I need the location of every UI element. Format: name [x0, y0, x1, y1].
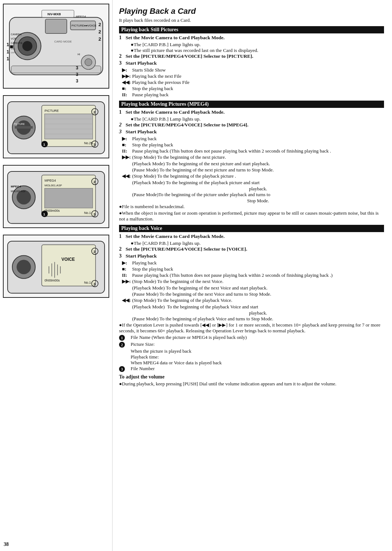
still-play-item-1: ▶: Starts Slide Show [122, 67, 384, 73]
mpeg4-ff-detail-2: (Pause Mode) To the beginning of the nex… [132, 167, 384, 173]
still-symbol-2: ▶▶: [122, 73, 132, 79]
voice-step-2-num: 2 [119, 246, 126, 252]
voice-play-item-3: II: Pause playing back (This button does… [122, 272, 384, 278]
mpeg4-symbol-4: ▶▶: [122, 154, 132, 160]
page-title: Playing Back a Card [119, 7, 384, 16]
voice-play-item-4: ▶▶: (Stop Mode) To the beginning of the … [122, 279, 384, 284]
svg-rect-48 [15, 126, 33, 129]
voice-symbol-3: II: [122, 272, 132, 278]
still-step-1-sub1: ●The [CARD P.B.] Lamp lights up. [131, 42, 384, 48]
svg-text:2: 2 [98, 22, 101, 27]
voice-text-4: (Stop Mode) To the beginning of the next… [132, 279, 384, 284]
still-pictures-title: Playing back Still Pictures [121, 27, 178, 33]
still-play-item-2: ▶▶: Playing back the next File [122, 73, 384, 79]
mpeg4-step-1-num: 1 [119, 109, 126, 115]
voice-step-2-text: Set the [PICTURE/MPEG4/VOICE] Selector t… [126, 246, 384, 252]
still-play-item-5: II: Pause playing back [122, 92, 384, 98]
voice-ff-detail-1: (Playback Mode) To the beginning of the … [132, 285, 384, 291]
voice-playback-list: ▶: Playing back ■: Stop the playing back… [122, 260, 384, 284]
svg-text:PICTURE: PICTURE [14, 123, 25, 125]
svg-text:No.1: No.1 [84, 211, 91, 215]
page-number: 38 [4, 542, 9, 547]
svg-text:3: 3 [93, 142, 95, 146]
mpeg4-play-item-3: II: Pause playing back (This button does… [122, 148, 384, 154]
svg-text:3: 3 [76, 65, 78, 70]
voice-lever-bullet: ●If the Operation Lever is pushed toward… [119, 322, 384, 334]
mpeg4-step-2-num: 2 [119, 122, 126, 128]
svg-text:HI: HI [78, 53, 80, 56]
still-symbol-1: ▶: [122, 67, 132, 73]
svg-point-3 [23, 41, 33, 51]
svg-text:3: 3 [93, 212, 95, 216]
mpeg4-text-2: Stop the playing back [132, 142, 384, 148]
mpeg4-step-3-text: Start Playback [126, 129, 384, 135]
svg-rect-55 [45, 188, 93, 208]
voice-rr-detail-1: (Playback Mode) To the beginning of the … [132, 304, 384, 310]
annotation-2-text: Picture Size: [131, 341, 384, 347]
svg-text:PICTURE: PICTURE [45, 109, 59, 112]
section-moving-pictures: Playing back Moving Pictures (MPEG4) 1 S… [119, 101, 384, 222]
svg-text:PICTURE●●VOICE: PICTURE●●VOICE [72, 24, 97, 27]
diagram-mpeg4-screen: MPEG4 MOL001.ASF 0h00m00s No.1 2 3 1 MPE… [3, 165, 109, 228]
svg-text:3: 3 [76, 78, 78, 84]
voice-play-item-2: ■: Stop the playing back [122, 266, 384, 272]
still-playback-list: ▶: Starts Slide Show ▶▶: Playing back th… [122, 67, 384, 98]
svg-point-68 [17, 260, 31, 275]
voice-ff-detail-2: (Pause Mode) To the beginning of the nex… [132, 291, 384, 297]
still-step-3-num: 3 [119, 60, 126, 66]
voice-play-item-1: ▶: Playing back [122, 260, 384, 266]
svg-text:1: 1 [43, 142, 45, 146]
mpeg4-play-item-4: ▶▶: (Stop Mode) To the beginning of the … [122, 154, 384, 160]
svg-text:MPEG4: MPEG4 [76, 15, 86, 18]
mpeg4-ff-detail-1: (Playback Mode) To the beginning of the … [132, 161, 384, 167]
section-still-pictures: Playing back Still Pictures 1 Set the Mo… [119, 26, 384, 98]
volume-header: To adjust the volume [119, 374, 384, 380]
mpeg4-rr-detail-1: (Playback Mode) To the beginning of the … [132, 180, 384, 186]
voice-step-1-num: 1 [119, 234, 126, 239]
mpeg4-rr-item: ◀◀: (Stop Mode) To the beginning of the … [122, 173, 384, 179]
svg-text:1: 1 [7, 56, 9, 61]
voice-rr-text: (Stop Mode) To the beginning of the play… [132, 297, 384, 303]
moving-pictures-header: Playing back Moving Pictures (MPEG4) [119, 101, 384, 108]
svg-rect-35 [45, 114, 93, 139]
svg-text:2: 2 [93, 179, 95, 183]
mpeg4-step-1-text: Set the Movie Camera to Card Playback Mo… [126, 109, 384, 115]
still-text-3: Playing back the previous File [132, 80, 384, 85]
mpeg4-bullet-2-text: ●When the object is moving fast or zoom … [119, 210, 384, 222]
voice-step-1: 1 Set the Movie Camera to Card Playback … [119, 234, 384, 239]
still-step-2-text: Set the [PICTURE/MPEG4/VOICE] Selector t… [126, 53, 384, 59]
svg-text:VOICE: VOICE [61, 257, 75, 262]
voice-step-3-text: Start Playback [126, 253, 384, 259]
still-step-1: 1 Set the Movie Camera to Card Playback … [119, 35, 384, 41]
svg-point-23 [85, 58, 92, 66]
voice-rr-item: ◀◀: (Stop Mode) To the beginning of the … [122, 297, 384, 303]
svg-text:MPEG4: MPEG4 [45, 179, 56, 182]
mpeg4-symbol-2: ■: [122, 142, 132, 148]
svg-text:OFF: OFF [11, 52, 15, 54]
svg-text:2: 2 [93, 250, 95, 254]
mpeg4-rr-detail-2: (Pause Mode)To the beginning of the pict… [132, 192, 384, 198]
mpeg4-rr-text: (Stop Mode) To the beginning of the play… [132, 173, 384, 179]
svg-text:3: 3 [76, 72, 78, 77]
annotation-1: 1 File Name (When the picture or MPEG4 i… [119, 335, 384, 341]
voice-step-1-text: Set the Movie Camera to Card Playback Mo… [126, 234, 384, 239]
svg-text:CARD MODE: CARD MODE [54, 40, 72, 43]
svg-text:2: 2 [98, 36, 101, 42]
mpeg4-rr-symbol: ◀◀: [122, 173, 132, 179]
still-pictures-header: Playing back Still Pictures [119, 26, 384, 33]
voice-rr-list: ◀◀: (Stop Mode) To the beginning of the … [122, 297, 384, 303]
voice-rr-symbol: ◀◀: [122, 297, 132, 303]
svg-text:3: 3 [93, 282, 95, 286]
mpeg4-step-3-num: 3 [119, 129, 126, 135]
section-volume: To adjust the volume ●During playback, k… [119, 374, 384, 387]
mpeg4-play-item-2: ■: Stop the playing back [122, 142, 384, 148]
annotation-2-circle: 2 [119, 341, 131, 348]
still-symbol-5: II: [122, 92, 132, 98]
still-step-3-text: Start Playback [126, 60, 384, 66]
svg-text:VOS: VOS [11, 48, 16, 50]
svg-text:MOL001 ASF: MOL001 ASF [11, 190, 26, 193]
mpeg4-rr-detail-1b: playback. [132, 186, 384, 192]
voice-step-3: 3 Start Playback [119, 253, 384, 259]
mpeg4-text-4: (Stop Mode) To the beginning of the next… [132, 154, 384, 160]
mpeg4-text-1: Playing back [132, 136, 384, 142]
